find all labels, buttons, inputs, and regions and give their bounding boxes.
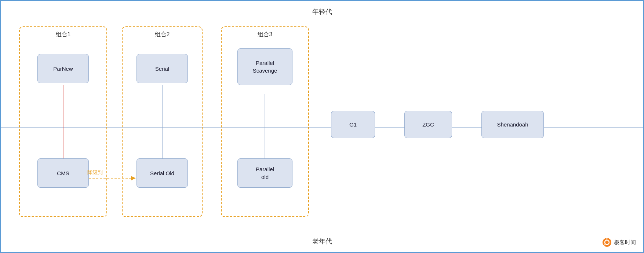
label-old-gen: 老年代 [312,237,332,246]
node-shenandoah: Shenandoah [481,111,544,138]
node-parallel-scavenge: Parallel Scavenge [237,48,292,85]
node-serial-old: Serial Old [137,158,188,188]
node-serial: Serial [137,54,188,83]
node-parallel-old: Parallel old [237,158,292,188]
node-g1: G1 [331,111,375,138]
brand: 极客时间 [602,238,636,247]
group2-label: 组合2 [123,31,202,38]
node-cms: CMS [37,158,89,188]
brand-icon [602,238,612,247]
degrade-label: 降级到 [87,169,103,176]
main-container: 年轻代 老年代 组合1 组合2 组合3 ParNew CMS Serial [0,0,644,253]
node-zgc: ZGC [404,111,452,138]
label-young-gen: 年轻代 [312,7,332,16]
group1-label: 组合1 [20,31,106,38]
node-parnew: ParNew [37,54,89,83]
brand-name: 极客时间 [614,239,636,246]
group3-label: 组合3 [222,31,308,38]
